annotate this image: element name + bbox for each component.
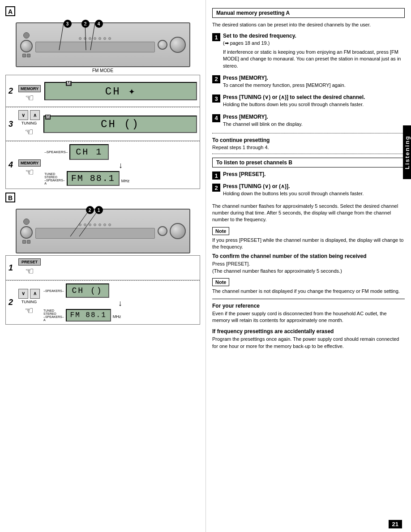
section-a-label: A bbox=[5, 6, 15, 16]
step-b1: 1 Press [PRESET]. bbox=[212, 171, 405, 180]
step-4-num: 4 bbox=[9, 160, 13, 170]
down-arrow: ↓ bbox=[44, 161, 197, 170]
step-b1-num: 1 bbox=[9, 263, 13, 273]
diagram-area: A bbox=[4, 4, 202, 326]
step-a3-sub: Holding the buttons down lets you scroll… bbox=[223, 101, 405, 108]
step-b2-sub: Holding down the buttons lets you scroll… bbox=[223, 190, 405, 197]
a-label-b2: A bbox=[43, 318, 64, 322]
hand-icon-2: ☞ bbox=[25, 92, 34, 104]
step-a1-sub: (➡ pages 18 and 19.) bbox=[223, 40, 405, 47]
callout-b-1: 1 bbox=[95, 206, 103, 214]
step-4-panel: 4 MEMORY ☞ –SPEAKERS– CH 1 ↓ TUNED STERE… bbox=[5, 142, 200, 189]
lcd-display-ch-4: CH 1 bbox=[69, 144, 109, 160]
note-text-2: The channel number is not displayed if y… bbox=[212, 288, 405, 295]
callout-2: 2 bbox=[81, 20, 90, 28]
memory-btn-2[interactable]: MEMORY bbox=[18, 85, 41, 92]
for-ref-text: Even if the power supply cord is disconn… bbox=[212, 310, 405, 324]
step-a1-num: 1 bbox=[212, 33, 220, 41]
step-a2: 2 Press [MEMORY]. To cancel the memory f… bbox=[212, 75, 405, 90]
lcd-display-fm-b2: FM 88.1 bbox=[66, 309, 111, 322]
lcd-display-ch-3: CH () bbox=[43, 116, 197, 133]
speakers-label-b2b: –SPEAKERS– bbox=[43, 315, 64, 318]
to-continue-label: To continue presetting bbox=[212, 137, 405, 143]
stereo-label-b2: STEREO bbox=[43, 312, 64, 315]
tuning-up-btn[interactable]: ∧ bbox=[30, 110, 40, 120]
step-b1-num: 1 bbox=[212, 172, 220, 180]
callout-b-2: 2 bbox=[86, 206, 94, 214]
step-a1-heading: Set to the desired frequency. bbox=[223, 33, 405, 39]
confirm-text: Press [PRESET]. bbox=[212, 261, 405, 267]
step-a3-num: 3 bbox=[212, 94, 220, 103]
step-3-num: 3 bbox=[9, 120, 13, 129]
section-b-header: B bbox=[5, 193, 200, 204]
step-b2-heading: Press [TUNING (∨) or (∧)]. bbox=[223, 183, 405, 189]
step-a4: 4 Press [MEMORY]. The channel will blink… bbox=[212, 114, 405, 129]
memory-btn-4[interactable]: MEMORY bbox=[18, 159, 41, 167]
tuning-down-btn[interactable]: ∨ bbox=[18, 110, 28, 120]
tuning-up-btn-b[interactable]: ∧ bbox=[30, 289, 40, 299]
step-b2-content: Press [TUNING (∨) or (∧)]. Holding down … bbox=[223, 183, 405, 199]
hand-icon-b2: ☞ bbox=[25, 305, 34, 317]
mhz-label-4: MHz bbox=[121, 179, 130, 183]
step-2-panel: 2 MEMORY ☞ M CH ✦ bbox=[5, 75, 200, 107]
callout-3: 3 bbox=[64, 20, 72, 28]
note-box-2: Note bbox=[212, 278, 229, 286]
speakers-label-top: –SPEAKERS– bbox=[44, 150, 68, 154]
mhz-label-b2: MHz bbox=[113, 314, 121, 319]
channel-flash-text: The channel number flashes for approxima… bbox=[212, 203, 405, 223]
freq-erased-heading: If frequency presettings are accidentall… bbox=[212, 328, 405, 335]
step-a2-num: 2 bbox=[212, 75, 220, 83]
step-a2-sub: To cancel the memory function, press [ME… bbox=[223, 82, 405, 89]
preset-btn[interactable]: PRESET bbox=[18, 258, 41, 266]
hand-icon-4: ☞ bbox=[25, 167, 34, 178]
m-badge-3: M bbox=[45, 115, 51, 120]
speakers-label-bot: –SPEAKERS– bbox=[44, 179, 65, 182]
confirm-heading: To confirm the channel number of the sta… bbox=[212, 253, 405, 259]
listening-tab: Listening bbox=[403, 125, 411, 179]
note-text-1: If you press [PRESET] while the channel … bbox=[212, 237, 405, 251]
intro-text: The desired stations can be preset into … bbox=[212, 21, 405, 28]
step-2-num: 2 bbox=[9, 86, 13, 96]
page-number: 21 bbox=[389, 520, 402, 528]
for-ref-heading: For your reference bbox=[212, 303, 405, 309]
fm-mode-label: FM MODE bbox=[5, 68, 200, 73]
tuning-down-btn-b[interactable]: ∨ bbox=[18, 289, 28, 299]
receiver-a-illustration: 3 2 4 FM MODE bbox=[5, 22, 200, 73]
step-a3-content: Press [TUNING (∨) or (∧)] to select the … bbox=[223, 94, 405, 110]
step-b1-panel: 1 PRESET ☞ bbox=[5, 255, 200, 280]
step-3-panel: 3 ∨ ∧ TUNING ☞ M CH () bbox=[5, 107, 200, 141]
solid-sep-1 bbox=[212, 299, 405, 299]
dotted-sep-2 bbox=[212, 154, 405, 154]
step-a2-heading: Press [MEMORY]. bbox=[223, 75, 405, 81]
callout-4: 4 bbox=[95, 20, 103, 28]
step-a1-note: If interference or static is keeping you… bbox=[223, 49, 405, 69]
step-b2-panel: 2 ∨ ∧ TUNING ☞ –SPEAKERS– CH () ↓ bbox=[5, 281, 200, 325]
step-b2-num: 2 bbox=[9, 298, 13, 307]
hand-icon-b1: ☞ bbox=[25, 266, 34, 277]
down-arrow-b2: ↓ bbox=[43, 299, 197, 308]
confirm-sub: (The channel number flashes for approxim… bbox=[212, 268, 405, 275]
section-a-header: A bbox=[5, 6, 200, 18]
freq-erased-text: Program the presettings once again. The … bbox=[212, 336, 405, 350]
step-b1-content: Press [PRESET]. bbox=[223, 171, 405, 178]
right-panel: Manual memory presetting A The desired s… bbox=[206, 0, 411, 532]
stereo-label: STEREO bbox=[44, 176, 65, 179]
hand-icon-3: ☞ bbox=[25, 126, 34, 138]
left-panel: A bbox=[0, 0, 206, 532]
speakers-label-b2: –SPEAKERS– bbox=[43, 289, 64, 292]
section-a-box: Manual memory presetting A bbox=[212, 8, 405, 18]
section-b-label: B bbox=[5, 193, 15, 202]
step-a4-num: 4 bbox=[212, 114, 220, 122]
step-a1: 1 Set to the desired frequency. (➡ pages… bbox=[212, 33, 405, 71]
step-b2: 2 Press [TUNING (∨) or (∧)]. Holding dow… bbox=[212, 183, 405, 199]
a-label: A bbox=[44, 182, 65, 185]
step-a1-content: Set to the desired frequency. (➡ pages 1… bbox=[223, 33, 405, 71]
step-a2-content: Press [MEMORY]. To cancel the memory fun… bbox=[223, 75, 405, 90]
lcd-display-fm-4: FM 88.1 bbox=[67, 171, 120, 186]
dotted-sep-1 bbox=[212, 133, 405, 133]
m-badge: M bbox=[66, 81, 71, 86]
receiver-b-illustration: 2 1 bbox=[5, 209, 200, 253]
step-a3: 3 Press [TUNING (∨) or (∧)] to select th… bbox=[212, 94, 405, 110]
tuned-label: TUNED bbox=[44, 172, 65, 176]
tuning-label-b: TUNING bbox=[21, 300, 37, 304]
